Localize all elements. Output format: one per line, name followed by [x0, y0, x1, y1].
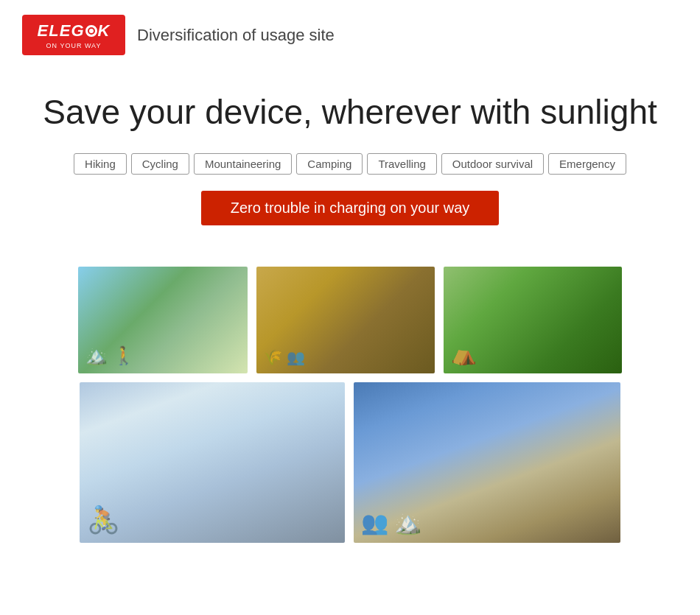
header: ELEG K ON YOUR WAY Diversification of us… — [0, 0, 700, 70]
main-content: Save your device, wherever with sunlight… — [0, 70, 700, 267]
image-group-hikers — [354, 382, 620, 543]
image-hiking — [78, 267, 248, 373]
images-top-row — [22, 267, 678, 373]
tag-outdoor-survival: Outdoor survival — [441, 153, 544, 175]
tag-cycling: Cycling — [131, 153, 189, 175]
tag-hiking: Hiking — [74, 153, 127, 175]
main-title: Save your device, wherever with sunlight — [15, 92, 685, 133]
tag-camping: Camping — [296, 153, 363, 175]
images-section — [0, 267, 700, 572]
cta-banner: Zero trouble in charging on your way — [201, 191, 500, 225]
image-camping — [444, 267, 622, 373]
logo-letters-left: ELEG — [38, 21, 85, 41]
tag-travelling: Travelling — [367, 153, 436, 175]
header-tagline: Diversification of usage site — [137, 26, 335, 45]
logo: ELEG K ON YOUR WAY — [22, 15, 125, 55]
tags-row: Hiking Cycling Mountaineering Camping Tr… — [15, 153, 685, 175]
image-cycling-group — [256, 267, 435, 373]
images-bottom-row — [22, 382, 678, 543]
logo-circle-icon — [85, 25, 97, 37]
tag-emergency: Emergency — [548, 153, 626, 175]
logo-letters-right: K — [98, 21, 111, 41]
tag-mountaineering: Mountaineering — [194, 153, 292, 175]
logo-tagline: ON YOUR WAY — [46, 42, 102, 49]
image-solo-cycling — [80, 382, 345, 543]
